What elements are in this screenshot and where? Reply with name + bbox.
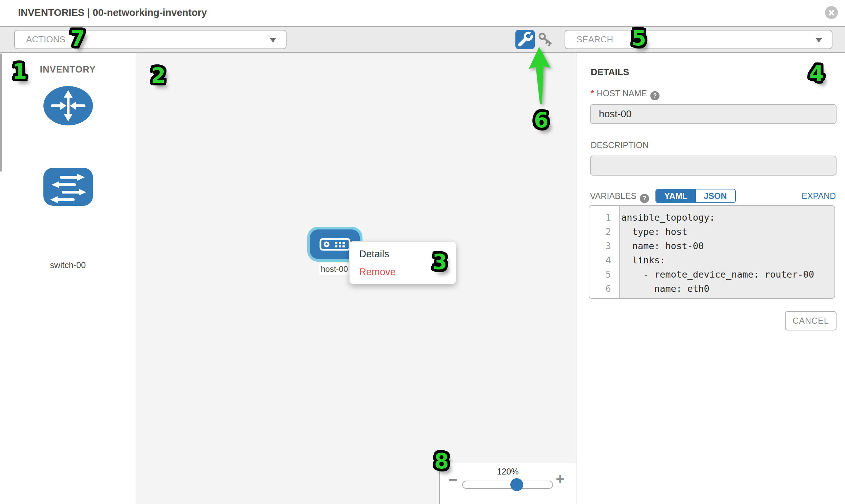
expand-link[interactable]: EXPAND <box>802 191 836 201</box>
code-line: 5 - remote_device_name: router-00 <box>589 267 834 282</box>
key-button[interactable] <box>538 32 553 48</box>
variables-code-editor[interactable]: 1ansible_topology: 2 type: host 3 name: … <box>589 205 835 299</box>
zoom-slider-track[interactable] <box>462 481 553 489</box>
code-line: 6 name: eth0 <box>589 282 834 296</box>
help-icon[interactable]: ? <box>650 91 659 100</box>
sidebar-item-router[interactable] <box>43 85 93 127</box>
actions-dropdown[interactable]: ACTIONS <box>14 30 286 49</box>
page-title: INVENTORIES | 00-networking-inventory <box>18 0 207 25</box>
zoom-slider-thumb[interactable] <box>510 478 523 491</box>
cancel-button[interactable]: CANCEL <box>785 311 837 330</box>
header: INVENTORIES | 00-networking-inventory <box>0 0 845 26</box>
host-name-input[interactable] <box>590 104 837 124</box>
node-context-menu: Details Remove <box>349 241 456 284</box>
topology-canvas[interactable]: host-00 Details Remove 120% − + <box>136 53 577 504</box>
description-label: DESCRIPTION <box>591 140 649 150</box>
inventory-sidebar: INVENTORY router-00 <box>0 53 136 504</box>
host-node-label: host-00 <box>319 263 349 275</box>
chevron-down-icon <box>269 38 276 42</box>
inventory-panel-title: INVENTORY <box>0 65 136 75</box>
code-line: 3 name: host-00 <box>589 239 834 253</box>
close-icon[interactable] <box>825 6 838 19</box>
wrench-icon <box>515 30 535 49</box>
variables-label-row: VARIABLES? <box>590 191 649 203</box>
editor-code-rows: 1ansible_topology: 2 type: host 3 name: … <box>589 211 834 299</box>
variables-format-toggle: YAML JSON <box>655 189 736 203</box>
code-line: 4 links: <box>589 253 834 267</box>
help-icon[interactable]: ? <box>640 194 649 203</box>
context-menu-item-remove[interactable]: Remove <box>359 264 447 280</box>
tab-json[interactable]: JSON <box>696 190 735 202</box>
zoom-control-panel: 120% − + <box>439 463 577 504</box>
code-line: 7 remote_interface_name: eth0 <box>589 296 834 299</box>
tools-button[interactable] <box>515 30 535 49</box>
zoom-in-button[interactable]: + <box>556 471 565 488</box>
search-dropdown[interactable]: SEARCH <box>565 30 832 49</box>
host-name-label-row: *HOST NAME? <box>591 88 659 100</box>
context-menu-item-details[interactable]: Details <box>359 246 447 262</box>
code-line: 2 type: host <box>589 225 834 239</box>
chevron-down-icon <box>815 38 822 42</box>
host-name-label: HOST NAME <box>597 88 647 98</box>
details-panel: DETAILS *HOST NAME? DESCRIPTION VARIABLE… <box>577 53 845 504</box>
sidebar-item-switch-label: switch-00 <box>0 260 136 270</box>
zoom-out-button[interactable]: − <box>448 471 457 488</box>
switch-icon <box>43 167 93 206</box>
search-dropdown-label: SEARCH <box>577 31 613 49</box>
zoom-level-readout: 120% <box>440 467 576 476</box>
tab-yaml[interactable]: YAML <box>656 190 696 202</box>
inventory-topology-app: INVENTORIES | 00-networking-inventory AC… <box>0 0 845 504</box>
description-input[interactable] <box>590 156 837 176</box>
variables-label: VARIABLES <box>590 191 636 201</box>
sidebar-item-switch[interactable] <box>43 167 93 208</box>
actions-dropdown-label: ACTIONS <box>26 31 66 49</box>
toolbar: ACTIONS SEARCH <box>0 26 845 53</box>
router-icon <box>43 85 93 126</box>
key-icon <box>538 32 553 48</box>
host-icon <box>319 238 351 251</box>
details-panel-title: DETAILS <box>591 67 629 78</box>
code-line: 1ansible_topology: <box>589 211 834 225</box>
required-asterisk: * <box>591 88 594 98</box>
